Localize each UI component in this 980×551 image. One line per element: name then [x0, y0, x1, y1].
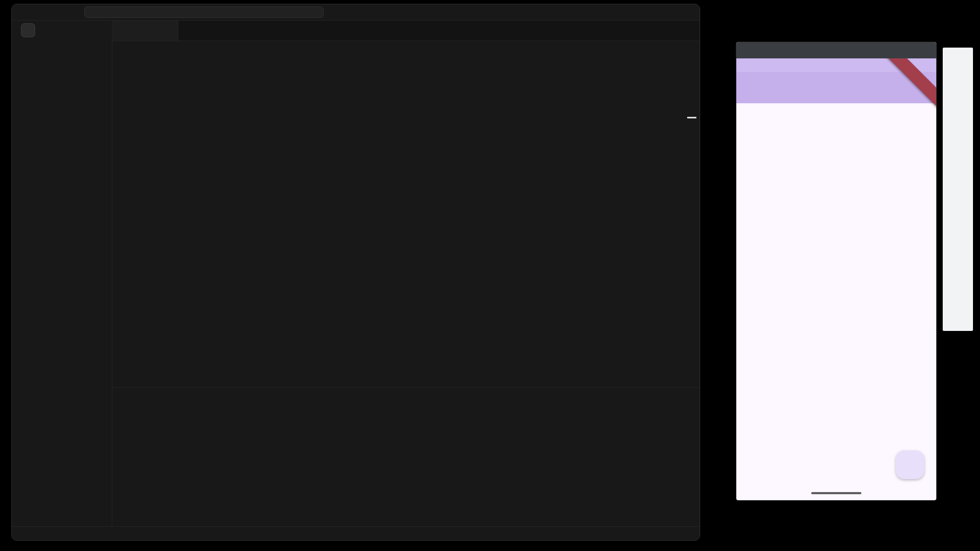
bottom-panel — [112, 387, 700, 526]
command-search-input[interactable] — [84, 6, 324, 18]
breadcrumb[interactable] — [112, 41, 700, 55]
desktop — [0, 0, 980, 551]
app-bar — [736, 72, 936, 103]
file-tree — [12, 40, 112, 526]
tab-main-dart[interactable] — [112, 21, 178, 41]
emulator-toolbar — [943, 48, 973, 331]
editor-group — [112, 21, 700, 526]
gesture-bar[interactable] — [811, 492, 862, 494]
panel-tabs — [112, 388, 700, 408]
emulator-titlebar[interactable] — [736, 42, 936, 58]
vscode-window — [11, 4, 700, 541]
status-bar — [12, 526, 700, 540]
scrollbar-marker[interactable] — [687, 117, 696, 118]
emulator-window — [736, 42, 936, 500]
terminal-hint — [112, 515, 700, 526]
phone-screen[interactable] — [736, 58, 936, 500]
sidebar — [12, 21, 112, 526]
project-root[interactable] — [12, 41, 112, 54]
titlebar — [12, 4, 700, 21]
explorer-icon[interactable] — [21, 23, 35, 37]
code-editor[interactable] — [112, 55, 700, 387]
tab-bar — [112, 21, 700, 41]
terminal-output[interactable] — [112, 408, 700, 515]
increment-fab[interactable] — [896, 450, 924, 479]
